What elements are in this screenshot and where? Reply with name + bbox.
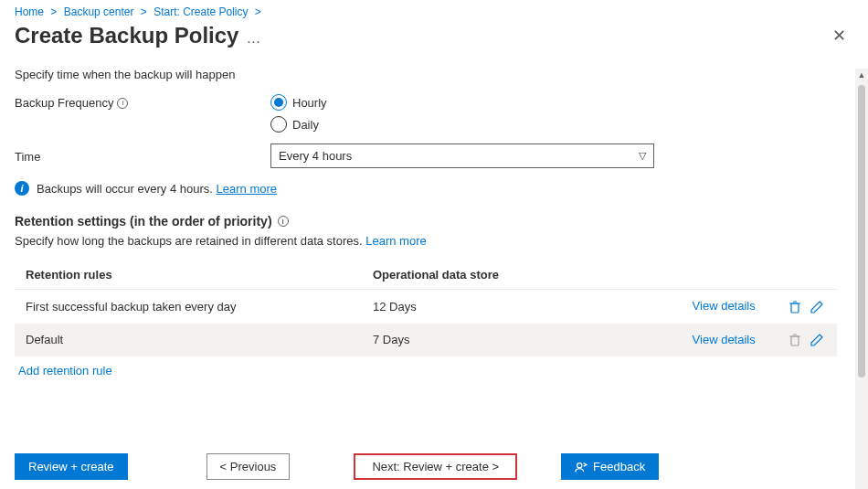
chevron-down-icon: ▽: [639, 150, 646, 162]
time-label: Time: [15, 148, 270, 164]
table-row: First successful backup taken every day …: [15, 290, 837, 324]
rule-name: Default: [15, 324, 362, 357]
delete-icon: [788, 333, 802, 347]
spec-text: Specify time when the backup will happen: [15, 68, 853, 81]
time-row: Time Every 4 hours ▽: [15, 144, 853, 168]
close-button[interactable]: ✕: [825, 22, 853, 49]
page-header: Create Backup Policy … ✕: [0, 20, 868, 57]
chevron-right-icon: >: [255, 5, 261, 18]
more-icon[interactable]: …: [246, 30, 261, 47]
col-store: Operational data store: [362, 260, 636, 290]
frequency-hourly-radio[interactable]: Hourly: [270, 94, 327, 111]
svg-rect-0: [791, 303, 799, 313]
backup-frequency-row: Backup Frequency i Hourly Daily: [15, 94, 853, 133]
table-row: Default 7 Days View details: [15, 324, 837, 357]
radio-unchecked-icon: [270, 116, 287, 133]
frequency-daily-radio[interactable]: Daily: [270, 116, 327, 133]
backup-frequency-label: Backup Frequency i: [15, 94, 270, 110]
rule-name: First successful backup taken every day: [15, 290, 362, 324]
table-header-row: Retention rules Operational data store: [15, 260, 837, 290]
svg-rect-1: [791, 336, 799, 345]
info-banner-text: Backups will occur every 4 hours.: [37, 182, 213, 196]
content-area: Specify time when the backup will happen…: [0, 57, 868, 431]
retention-learn-more-link[interactable]: Learn more: [365, 234, 426, 248]
view-details-link[interactable]: View details: [693, 299, 756, 313]
footer-bar: Review + create < Previous Next: Review …: [0, 444, 868, 489]
radio-label: Hourly: [292, 96, 327, 110]
breadcrumb: Home > Backup center > Start: Create Pol…: [0, 0, 868, 20]
retention-heading: Retention settings (in the order of prio…: [15, 214, 853, 229]
radio-label: Daily: [292, 118, 319, 132]
edit-icon[interactable]: [810, 333, 824, 347]
previous-button[interactable]: < Previous: [206, 453, 291, 480]
col-rules: Retention rules: [15, 260, 362, 290]
page-title: Create Backup Policy: [15, 23, 238, 48]
retention-subtext: Specify how long the backups are retaine…: [15, 234, 853, 248]
scroll-up-icon[interactable]: ▲: [858, 69, 866, 81]
info-icon[interactable]: i: [117, 98, 128, 109]
breadcrumb-backup-center[interactable]: Backup center: [64, 5, 134, 18]
chevron-right-icon: >: [50, 5, 57, 18]
frequency-radio-group: Hourly Daily: [270, 94, 327, 133]
info-icon[interactable]: i: [278, 216, 289, 227]
rule-store: 7 Days: [362, 324, 636, 357]
scroll-thumb[interactable]: [858, 85, 865, 377]
scrollbar[interactable]: ▲: [855, 69, 868, 489]
svg-point-2: [577, 462, 582, 467]
breadcrumb-home[interactable]: Home: [15, 5, 44, 18]
info-filled-icon: i: [15, 181, 29, 196]
info-learn-more-link[interactable]: Learn more: [217, 182, 277, 196]
chevron-right-icon: >: [141, 5, 147, 18]
retention-table: Retention rules Operational data store F…: [15, 260, 837, 356]
view-details-link[interactable]: View details: [693, 333, 756, 346]
radio-checked-icon: [270, 94, 287, 111]
delete-icon[interactable]: [788, 300, 802, 314]
add-retention-rule-link[interactable]: Add retention rule: [15, 356, 853, 377]
feedback-button[interactable]: Feedback: [561, 453, 659, 480]
info-banner: i Backups will occur every 4 hours. Lear…: [15, 181, 853, 196]
feedback-icon: [575, 461, 587, 473]
edit-icon[interactable]: [810, 300, 824, 314]
time-select[interactable]: Every 4 hours ▽: [270, 144, 654, 168]
next-review-create-button[interactable]: Next: Review + create >: [354, 453, 517, 480]
rule-store: 12 Days: [362, 290, 636, 324]
col-actions: [636, 260, 837, 290]
breadcrumb-create-policy[interactable]: Start: Create Policy: [153, 5, 248, 18]
time-select-value: Every 4 hours: [279, 149, 352, 163]
review-create-button[interactable]: Review + create: [15, 453, 128, 480]
